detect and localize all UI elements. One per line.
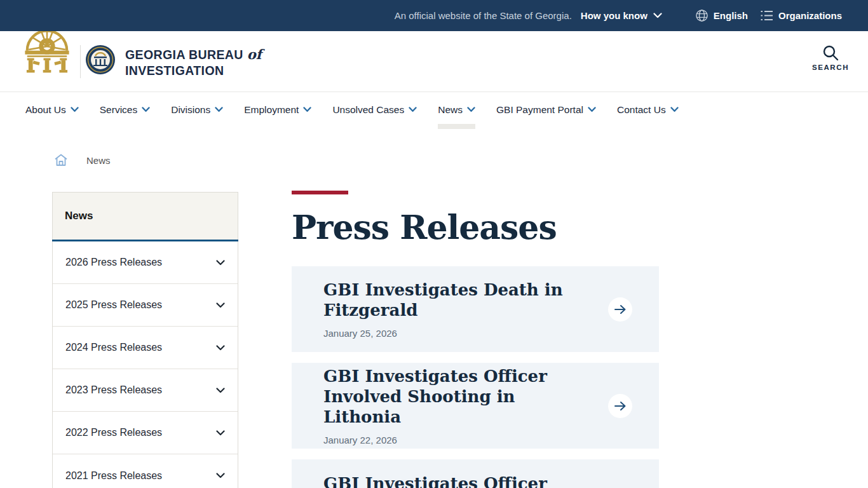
language-label: English (714, 10, 748, 21)
nav-item-divisions[interactable]: Divisions (171, 92, 223, 127)
sidebar-item-2023-press-releases[interactable]: 2023 Press Releases (53, 369, 238, 412)
how-you-know-label: How you know (581, 10, 648, 21)
main-navigation: About Us Services Divisions Employment U… (0, 92, 868, 127)
nav-item-label: Services (100, 104, 137, 116)
sidebar-item-2024-press-releases[interactable]: 2024 Press Releases (53, 327, 238, 369)
title-accent-rule (292, 191, 348, 194)
chevron-down-icon (215, 107, 223, 112)
sidebar-item-2021-press-releases[interactable]: 2021 Press Releases (53, 454, 238, 488)
how-you-know-button[interactable]: How you know (581, 10, 662, 21)
chevron-down-icon (653, 13, 662, 18)
press-release-date: January 22, 2026 (323, 435, 598, 445)
nav-item-contact-us[interactable]: Contact Us (617, 92, 679, 127)
sidebar-item-2025-press-releases[interactable]: 2025 Press Releases (53, 284, 238, 327)
site-title-line1: GEORGIA BUREAU (125, 48, 243, 62)
official-banner: An official website of the State of Geor… (0, 0, 868, 31)
card-text: GBI Investigates Officer (323, 473, 547, 488)
sidebar-item-list: 2026 Press Releases 2025 Press Releases … (52, 241, 238, 488)
card-arrow-button[interactable] (608, 297, 632, 322)
press-release-list: GBI Investigates Death in Fitzgerald Jan… (292, 266, 659, 488)
organizations-label: Organizations (778, 10, 842, 21)
chevron-down-icon (216, 430, 225, 436)
sidebar-item-label: 2021 Press Releases (65, 470, 162, 482)
press-release-title[interactable]: GBI Investigates Death in Fitzgerald (323, 280, 598, 320)
chevron-down-icon (216, 302, 225, 308)
site-title-of: of (247, 46, 262, 62)
breadcrumb: News (53, 152, 111, 168)
nav-item-services[interactable]: Services (100, 92, 150, 127)
nav-item-about-us[interactable]: About Us (25, 92, 79, 127)
site-header: GEORGIA BUREAU of INVESTIGATION SEARCH (0, 31, 868, 92)
nav-item-label: Contact Us (617, 104, 666, 116)
news-sidebar: News 2026 Press Releases 2025 Press Rele… (52, 192, 238, 488)
main-content: Press Releases GBI Investigates Death in… (292, 191, 659, 488)
card-text: GBI Investigates Officer Involved Shooti… (323, 366, 598, 445)
breadcrumb-current[interactable]: News (86, 155, 111, 166)
nav-item-gbi-payment-portal[interactable]: GBI Payment Portal (496, 92, 596, 127)
gbi-seal-icon (85, 44, 116, 75)
nav-item-label: Unsolved Cases (332, 104, 404, 116)
nav-item-label: About Us (25, 104, 66, 116)
nav-item-news[interactable]: News (438, 92, 475, 127)
press-release-title[interactable]: GBI Investigates Officer (323, 473, 547, 488)
site-title-line2: INVESTIGATION (125, 63, 262, 79)
organizations-button[interactable]: Organizations (761, 10, 842, 21)
chevron-down-icon (670, 107, 679, 112)
search-label: SEARCH (812, 64, 849, 71)
nav-item-label: GBI Payment Portal (496, 104, 583, 116)
sidebar-item-2026-press-releases[interactable]: 2026 Press Releases (53, 241, 238, 284)
chevron-down-icon (303, 107, 311, 112)
chevron-down-icon (467, 107, 475, 112)
site-title[interactable]: GEORGIA BUREAU of INVESTIGATION (125, 46, 262, 79)
press-release-date: January 25, 2026 (323, 328, 598, 339)
chevron-down-icon (216, 473, 225, 478)
nav-item-employment[interactable]: Employment (244, 92, 311, 127)
georgia-arch-icon (23, 24, 71, 75)
sidebar-item-2022-press-releases[interactable]: 2022 Press Releases (53, 412, 238, 454)
nav-item-label: Divisions (171, 104, 210, 116)
press-release-card-fitzgerald[interactable]: GBI Investigates Death in Fitzgerald Jan… (292, 266, 659, 352)
sidebar-item-label: 2022 Press Releases (65, 427, 162, 438)
chevron-down-icon (142, 107, 150, 112)
chevron-down-icon (409, 107, 417, 112)
page: An official website of the State of Geor… (0, 0, 868, 488)
nav-item-label: Employment (244, 104, 299, 116)
globe-icon (695, 9, 709, 22)
home-icon[interactable] (53, 152, 69, 168)
nav-item-unsolved-cases[interactable]: Unsolved Cases (332, 92, 417, 127)
sidebar-item-label: 2024 Press Releases (65, 342, 162, 353)
card-arrow-button[interactable] (608, 394, 632, 418)
search-icon (822, 44, 839, 62)
org-list-icon (761, 10, 773, 21)
header-divider (80, 45, 81, 78)
press-release-card-partial[interactable]: GBI Investigates Officer (292, 459, 659, 488)
press-release-card-lithonia[interactable]: GBI Investigates Officer Involved Shooti… (292, 363, 659, 449)
search-button[interactable]: SEARCH (808, 44, 853, 82)
chevron-down-icon (216, 345, 225, 351)
press-release-title[interactable]: GBI Investigates Officer Involved Shooti… (323, 366, 598, 427)
page-title: Press Releases (292, 209, 659, 245)
card-text: GBI Investigates Death in Fitzgerald Jan… (323, 280, 598, 339)
chevron-down-icon (71, 107, 79, 112)
sidebar-title: News (52, 192, 238, 240)
official-text: An official website of the State of Geor… (395, 10, 572, 21)
sidebar-item-label: 2025 Press Releases (65, 299, 162, 311)
arrow-right-icon (614, 400, 627, 412)
nav-item-label: News (438, 104, 463, 116)
sidebar-item-label: 2026 Press Releases (65, 257, 162, 268)
sidebar-item-label: 2023 Press Releases (65, 384, 162, 396)
chevron-down-icon (216, 260, 225, 266)
arrow-right-icon (614, 304, 627, 315)
language-button[interactable]: English (695, 9, 748, 22)
chevron-down-icon (216, 388, 225, 393)
chevron-down-icon (588, 107, 596, 112)
